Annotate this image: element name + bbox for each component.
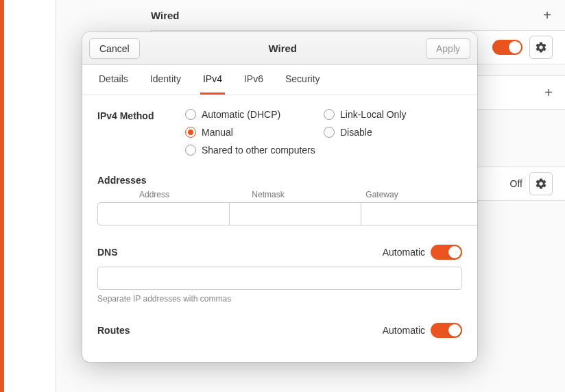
- tab-ipv6[interactable]: IPv6: [241, 65, 266, 95]
- dns-input[interactable]: [97, 267, 462, 290]
- radio-automatic-dhcp[interactable]: Automatic (DHCP): [185, 109, 324, 120]
- routes-automatic-toggle[interactable]: [431, 323, 462, 338]
- radio-disable[interactable]: Disable: [324, 127, 462, 138]
- address-row: [97, 202, 462, 225]
- tab-details[interactable]: Details: [96, 65, 131, 95]
- plus-icon[interactable]: +: [543, 8, 551, 23]
- ipv4-method-label: IPv4 Method: [97, 109, 185, 156]
- bg-settings-button-2[interactable]: [529, 172, 553, 195]
- addresses-title: Addresses: [97, 175, 147, 186]
- dns-title: DNS: [97, 247, 118, 258]
- ipv4-method-row: IPv4 Method Automatic (DHCP) Link-Local …: [97, 109, 462, 156]
- gear-icon: [535, 41, 547, 53]
- dns-automatic-label: Automatic: [383, 247, 425, 258]
- tab-ipv4[interactable]: IPv4: [200, 65, 225, 95]
- radio-label: Disable: [340, 127, 372, 138]
- dialog-content: IPv4 Method Automatic (DHCP) Link-Local …: [82, 95, 477, 362]
- radio-icon: [185, 145, 196, 156]
- radio-manual[interactable]: Manual: [185, 127, 324, 138]
- header-gateway: Gateway: [325, 190, 439, 199]
- dns-hint: Separate IP addresses with commas: [97, 294, 462, 304]
- radio-icon: [324, 127, 335, 138]
- dialog-header: Cancel Wired Apply: [82, 32, 477, 65]
- connection-dialog: Cancel Wired Apply Details Identity IPv4…: [82, 32, 477, 362]
- radio-label: Link-Local Only: [340, 109, 407, 120]
- settings-sidebar: [4, 0, 56, 392]
- radio-icon: [185, 109, 196, 120]
- radio-shared[interactable]: Shared to other computers: [185, 145, 462, 156]
- bg-off-label: Off: [510, 178, 522, 189]
- dialog-tabs: Details Identity IPv4 IPv6 Security: [82, 65, 477, 95]
- gear-icon: [535, 177, 547, 190]
- addresses-section: Addresses Address Netmask Gateway: [97, 175, 462, 225]
- header-netmask: Netmask: [211, 190, 325, 199]
- dns-section: DNS Automatic Separate IP addresses with…: [97, 245, 462, 304]
- apply-button[interactable]: Apply: [426, 38, 470, 59]
- dialog-title: Wired: [140, 42, 426, 54]
- bg-connection-toggle[interactable]: [492, 40, 522, 55]
- radio-label: Manual: [202, 127, 233, 138]
- gateway-input[interactable]: [361, 202, 477, 225]
- ipv4-method-options: Automatic (DHCP) Link-Local Only Manual …: [185, 109, 462, 156]
- addresses-headers: Address Netmask Gateway: [97, 190, 462, 199]
- address-input[interactable]: [97, 202, 230, 225]
- bg-connection-settings-button[interactable]: [529, 36, 553, 59]
- radio-label: Shared to other computers: [202, 145, 315, 156]
- bg-section-title: Wired: [151, 10, 180, 21]
- tab-identity[interactable]: Identity: [147, 65, 184, 95]
- routes-title: Routes: [97, 325, 130, 336]
- radio-label: Automatic (DHCP): [202, 109, 280, 120]
- radio-link-local[interactable]: Link-Local Only: [324, 109, 462, 120]
- cancel-button[interactable]: Cancel: [89, 38, 140, 59]
- header-address: Address: [97, 190, 211, 199]
- dns-automatic-toggle[interactable]: [431, 245, 462, 260]
- routes-section: Routes Automatic: [97, 323, 462, 338]
- plus-icon[interactable]: +: [544, 85, 553, 101]
- bg-section-header: Wired +: [56, 0, 565, 30]
- netmask-input[interactable]: [230, 202, 361, 225]
- routes-automatic-label: Automatic: [383, 325, 425, 336]
- tab-security[interactable]: Security: [282, 65, 323, 95]
- radio-icon: [185, 127, 196, 138]
- radio-icon: [324, 109, 335, 120]
